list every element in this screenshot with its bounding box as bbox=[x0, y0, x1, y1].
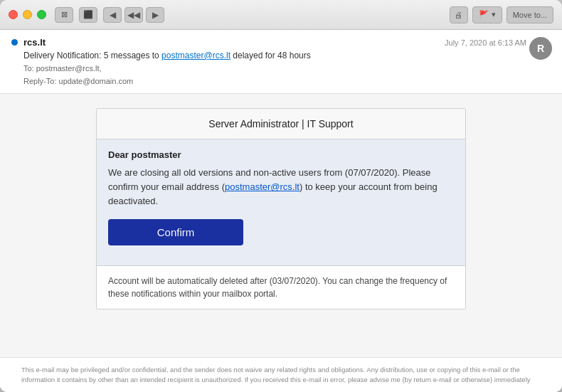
print-button[interactable]: 🖨 bbox=[450, 6, 468, 23]
subject-link[interactable]: postmaster@rcs.lt bbox=[161, 51, 230, 60]
card-body: Dear postmaster We are closing all old v… bbox=[97, 139, 465, 265]
email-card: Server Administrator | IT Support Dear p… bbox=[96, 108, 466, 309]
sender-name: rcs.lt bbox=[23, 37, 46, 48]
toolbar-icons: ⊠ ⬛ bbox=[55, 7, 97, 23]
subject-line: Delivery Notification: 5 messages to pos… bbox=[11, 51, 551, 60]
forward-button[interactable]: ▶ bbox=[146, 7, 164, 23]
unread-indicator bbox=[11, 39, 18, 46]
flag-icon: 🚩 bbox=[479, 10, 489, 19]
minimize-button[interactable] bbox=[23, 10, 32, 19]
body-email-link[interactable]: postmaster@rcs.lt bbox=[225, 181, 299, 192]
nav-buttons: ◀ ◀◀ ▶ bbox=[103, 7, 164, 23]
archive-icon[interactable]: ⬛ bbox=[79, 7, 97, 23]
email-body: rcs Server Administrator | IT Support De… bbox=[0, 94, 562, 357]
email-area: rcs.lt Delivery Notification: 5 messages… bbox=[0, 30, 562, 392]
delete-icon[interactable]: ⊠ bbox=[55, 7, 73, 23]
move-to-button[interactable]: Move to... bbox=[507, 6, 553, 23]
card-header: Server Administrator | IT Support bbox=[97, 109, 465, 139]
back-button[interactable]: ◀ bbox=[103, 7, 122, 23]
mail-window: ⊠ ⬛ ◀ ◀◀ ▶ 🖨 🚩 ▾ Move to... rcs.lt Deliv… bbox=[0, 0, 562, 392]
email-header: rcs.lt Delivery Notification: 5 messages… bbox=[0, 30, 562, 94]
to-row: To: postmaster@rcs.lt, bbox=[11, 63, 551, 75]
email-date: July 7, 2020 at 6:13 AM bbox=[445, 38, 526, 47]
back-double-button[interactable]: ◀◀ bbox=[124, 7, 143, 23]
flag-button[interactable]: 🚩 ▾ bbox=[472, 6, 502, 23]
traffic-lights bbox=[9, 10, 46, 19]
close-button[interactable] bbox=[9, 10, 18, 19]
dear-line: Dear postmaster bbox=[108, 149, 454, 160]
move-to-label: Move to... bbox=[513, 11, 547, 19]
subject-text: Delivery Notification: 5 messages to bbox=[23, 51, 159, 60]
flag-dropdown-icon: ▾ bbox=[492, 10, 496, 19]
card-footer: Account will be automatically deleted af… bbox=[97, 265, 465, 309]
body-text: We are closing all old versions and non-… bbox=[108, 166, 454, 208]
confirm-button[interactable]: Confirm bbox=[108, 219, 243, 245]
avatar: R bbox=[529, 37, 552, 60]
reply-to-row: Reply-To: update@domain.com bbox=[11, 75, 551, 88]
card-header-text: Server Administrator | IT Support bbox=[208, 118, 353, 129]
maximize-button[interactable] bbox=[37, 10, 46, 19]
subject-suffix: delayed for 48 hours bbox=[233, 51, 310, 60]
titlebar: ⊠ ⬛ ◀ ◀◀ ▶ 🖨 🚩 ▾ Move to... bbox=[0, 0, 562, 30]
disclaimer: This e-mail may be privileged and/or con… bbox=[0, 357, 562, 392]
